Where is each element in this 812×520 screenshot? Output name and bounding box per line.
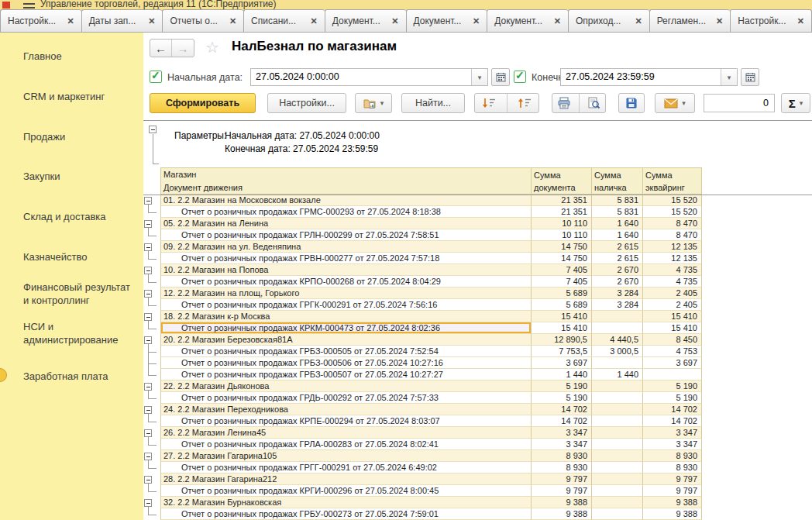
- sum-acquiring-cell[interactable]: 8 930: [643, 450, 702, 462]
- store-group-row[interactable]: 26. 2.2 Магазин Ленина453 3473 347: [160, 427, 702, 439]
- collapse-report-group-button[interactable]: [149, 126, 157, 133]
- sum-cash-cell[interactable]: 1 440: [592, 369, 643, 381]
- sum-cash-cell[interactable]: 3 284: [592, 288, 643, 299]
- sum-cash-cell[interactable]: 2 670: [592, 264, 643, 276]
- sidebar-item-2[interactable]: Продажи: [23, 130, 138, 143]
- tab-9[interactable]: Настройк...✕: [730, 9, 812, 32]
- sum-document-cell[interactable]: 3 697: [532, 357, 592, 369]
- dropdown-icon[interactable]: ▾: [682, 99, 686, 107]
- dropdown-icon[interactable]: ▾: [380, 99, 384, 107]
- end-date-dropdown-icon[interactable]: ▾: [721, 69, 737, 85]
- sum-acquiring-cell[interactable]: 4 753: [643, 346, 702, 357]
- document-row[interactable]: Отчет о розничных продажах ГРБЗ-000506 о…: [160, 357, 702, 369]
- print-button[interactable]: [552, 94, 576, 112]
- sum-cash-cell[interactable]: [592, 404, 643, 415]
- document-row[interactable]: Отчет о розничных продажах ГРЛН-000299 о…: [160, 229, 702, 241]
- name-cell[interactable]: Отчет о розничных продажах ГРГГ-000291 о…: [160, 462, 532, 474]
- sum-cash-cell[interactable]: [592, 392, 643, 404]
- sum-cash-cell[interactable]: [592, 450, 643, 462]
- tab-7[interactable]: Оприход...✕: [568, 9, 649, 32]
- sum-document-cell[interactable]: 14 702: [532, 415, 592, 427]
- store-group-row[interactable]: 18. 2.2 Магазин к-р Москва15 41015 410: [160, 311, 702, 322]
- sum-acquiring-cell[interactable]: 5 190: [643, 381, 702, 392]
- document-row[interactable]: Отчет о розничных продажах ГРДЬ-000292 о…: [160, 392, 702, 404]
- sum-cash-cell[interactable]: [592, 439, 643, 450]
- sum-document-cell[interactable]: 9 797: [532, 485, 592, 497]
- sum-document-cell[interactable]: 21 351: [532, 195, 592, 206]
- tab-0[interactable]: Настройк...✕: [0, 9, 81, 32]
- sum-acquiring-cell[interactable]: 3 347: [643, 439, 702, 450]
- sum-cash-cell[interactable]: 1 640: [592, 229, 643, 241]
- name-cell[interactable]: 12. 2.2 Магазин на площ, Горького: [160, 288, 532, 299]
- name-cell[interactable]: 27. 2.2 Магазин Гагарина105: [160, 450, 532, 462]
- start-date-calendar-button[interactable]: [491, 68, 510, 86]
- tab-3[interactable]: Списани...✕: [243, 9, 325, 32]
- column-header-sum-document[interactable]: Сумма документа: [532, 167, 592, 195]
- sum-cash-cell[interactable]: 1 640: [592, 218, 643, 229]
- sum-document-cell[interactable]: 14 750: [532, 241, 592, 253]
- name-cell[interactable]: Отчет о розничных продажах ГРБЗ-000505 о…: [160, 346, 532, 357]
- sidebar-item-1[interactable]: CRM и маркетинг: [23, 90, 138, 103]
- document-row[interactable]: Отчет о розничных продажах ГРГГ-000291 о…: [160, 462, 702, 474]
- collapse-group-button[interactable]: [144, 476, 152, 484]
- sum-document-cell[interactable]: 21 351: [532, 206, 592, 218]
- sum-acquiring-cell[interactable]: 15 410: [643, 322, 702, 334]
- name-cell[interactable]: Отчет о розничных продажах ГРДЬ-000292 о…: [160, 392, 532, 404]
- store-group-row[interactable]: 24. 2.2 Магазин Переходникова14 70214 70…: [160, 404, 702, 415]
- store-group-row[interactable]: 20. 2.2 Магазин Березовская81А12 890,54 …: [160, 334, 702, 346]
- sum-cash-cell[interactable]: 2 615: [592, 241, 643, 253]
- sum-acquiring-cell[interactable]: 4 735: [643, 264, 702, 276]
- sum-document-cell[interactable]: 3 347: [532, 427, 592, 439]
- name-cell[interactable]: Отчет о розничных продажах ГРБЗ-000507 о…: [160, 369, 532, 381]
- sum-acquiring-cell[interactable]: 3 697: [643, 357, 702, 369]
- sort-descending-button[interactable]: [475, 94, 504, 112]
- sum-acquiring-cell[interactable]: 3 347: [643, 427, 702, 439]
- sum-cash-cell[interactable]: [592, 311, 643, 322]
- sort-ascending-button[interactable]: [511, 94, 539, 112]
- tab-close-icon[interactable]: ✕: [148, 16, 155, 26]
- sidebar-item-3[interactable]: Закупки: [23, 170, 138, 183]
- collapse-group-button[interactable]: [144, 267, 152, 274]
- document-row[interactable]: Отчет о розничных продажах КРПО-000268 о…: [160, 276, 702, 288]
- sum-document-cell[interactable]: 1 440: [532, 369, 592, 381]
- store-group-row[interactable]: 05. 2.2 Магазин на Ленина10 1101 6408 47…: [160, 218, 702, 229]
- sum-acquiring-cell[interactable]: 9 797: [643, 485, 702, 497]
- end-date-checkbox[interactable]: ✓: [514, 71, 526, 83]
- name-cell[interactable]: Отчет о розничных продажах КРПО-000268 о…: [160, 276, 532, 288]
- sum-document-cell[interactable]: 5 689: [532, 288, 592, 299]
- name-cell[interactable]: Отчет о розничных продажах ГРБУ-000273 о…: [160, 508, 532, 520]
- sum-cash-cell[interactable]: 4 440,5: [592, 334, 643, 346]
- document-row[interactable]: Отчет о розничных продажах ГРГК-000291 о…: [160, 299, 702, 311]
- name-cell[interactable]: 09. 2.2 Магазин на ул. Веденяпина: [160, 241, 532, 253]
- tab-close-icon[interactable]: ✕: [716, 16, 723, 26]
- tab-8[interactable]: Регламен...✕: [649, 9, 731, 32]
- sum-acquiring-cell[interactable]: [643, 369, 702, 381]
- main-menu-icon[interactable]: [23, 3, 35, 9]
- tab-5[interactable]: Документ...✕: [406, 9, 487, 32]
- name-cell[interactable]: Отчет о розничных продажах ГРБЗ-000506 о…: [160, 357, 532, 369]
- collapse-group-button[interactable]: [144, 429, 152, 437]
- sum-document-cell[interactable]: 15 410: [532, 311, 592, 322]
- sum-document-cell[interactable]: 14 702: [532, 404, 592, 415]
- sidebar-item-6[interactable]: Финансовый результат и контроллинг: [23, 281, 138, 307]
- name-cell[interactable]: 22. 2.2 Магазин Дьяконова: [160, 381, 532, 392]
- sum-cash-cell[interactable]: [592, 427, 643, 439]
- sidebar-item-7[interactable]: НСИ и администрирование: [23, 320, 138, 346]
- favorite-star-icon[interactable]: ☆: [205, 38, 219, 57]
- sum-acquiring-cell[interactable]: 8 470: [643, 218, 702, 229]
- name-cell[interactable]: 18. 2.2 Магазин к-р Москва: [160, 311, 532, 322]
- document-row[interactable]: Отчет о розничных продажах КРГИ-000296 о…: [160, 485, 702, 497]
- sum-document-cell[interactable]: 9 388: [532, 497, 592, 508]
- tab-close-icon[interactable]: ✕: [554, 16, 561, 26]
- sum-cash-cell[interactable]: [592, 508, 643, 520]
- sum-acquiring-cell[interactable]: 14 702: [643, 404, 702, 415]
- sum-acquiring-cell[interactable]: 14 702: [643, 415, 702, 427]
- tab-4[interactable]: Документ...✕: [325, 9, 406, 32]
- tab-close-icon[interactable]: ✕: [67, 16, 74, 26]
- collapse-group-button[interactable]: [144, 313, 152, 321]
- sum-document-cell[interactable]: 9 388: [532, 508, 592, 520]
- sum-document-cell[interactable]: 5 190: [532, 381, 592, 392]
- name-cell[interactable]: 32. 2.2 Магазин Бурнаковская: [160, 497, 532, 508]
- sum-document-cell[interactable]: 14 750: [532, 253, 592, 264]
- collapse-group-button[interactable]: [144, 197, 152, 205]
